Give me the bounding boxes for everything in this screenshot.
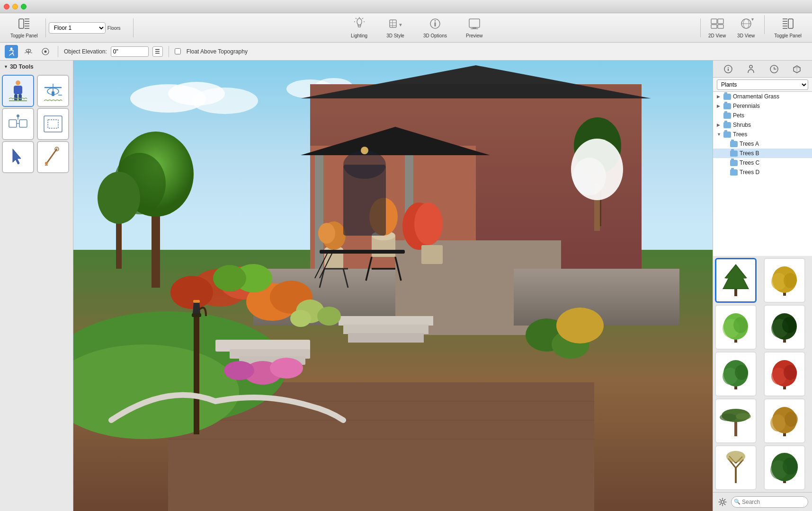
- eyedropper-tool[interactable]: [37, 141, 69, 173]
- svg-rect-75: [315, 155, 323, 288]
- options-separator-2: [169, 46, 169, 57]
- svg-point-108: [290, 310, 311, 327]
- svg-rect-82: [348, 333, 424, 343]
- svg-rect-19: [434, 22, 436, 26]
- minimize-button[interactable]: [12, 4, 18, 9]
- tree-item-trees-c[interactable]: ▶ Trees C: [713, 158, 812, 167]
- walk-tool-btn[interactable]: [5, 45, 18, 58]
- svg-point-185: [783, 458, 798, 475]
- svg-point-117: [414, 203, 443, 245]
- svg-point-159: [782, 317, 796, 333]
- maximize-button[interactable]: [21, 4, 27, 9]
- orbit-tool-btn[interactable]: [39, 45, 52, 58]
- svg-rect-12: [390, 20, 396, 27]
- folder-icon: [723, 94, 731, 100]
- right-panel: Plants Structures Outdoor Lighting Decor…: [713, 61, 812, 511]
- svg-point-126: [361, 147, 368, 154]
- svg-rect-26: [718, 25, 723, 28]
- tree-thumbnail-6[interactable]: [764, 352, 805, 396]
- svg-point-167: [784, 365, 797, 380]
- category-bar: Plants Structures Outdoor Lighting Decor: [713, 78, 812, 92]
- tree-item-ornamental-grass[interactable]: ▶ Ornamental Grass: [713, 92, 812, 101]
- select-tool[interactable]: [2, 141, 34, 173]
- floors-dropdown[interactable]: Floor 1 Floor 2 Ground Floor Basement: [49, 22, 106, 34]
- tree-item-label: Pets: [733, 112, 810, 119]
- svg-rect-45: [18, 94, 22, 101]
- toolbar-center: Lighting ▼ 3D Style: [136, 15, 697, 40]
- tree-thumbnail-7[interactable]: [715, 398, 757, 443]
- tree-arrow: ▶: [717, 94, 723, 99]
- right-panel-icons: [713, 61, 812, 78]
- svg-rect-21: [473, 27, 476, 28]
- lighting-button[interactable]: Lighting: [346, 15, 372, 40]
- floor-selector[interactable]: Floor 1 Floor 2 Ground Floor Basement Fl…: [49, 22, 121, 34]
- close-button[interactable]: [4, 4, 9, 9]
- info-icon-btn[interactable]: [722, 62, 735, 76]
- frame-tool[interactable]: [37, 108, 69, 140]
- tree-thumbnail-4[interactable]: [764, 305, 805, 350]
- 3d-view-button[interactable]: ▼ 3D View: [732, 15, 759, 40]
- clock-icon-btn[interactable]: [767, 62, 781, 76]
- preview-button[interactable]: Preview: [461, 15, 488, 40]
- fly-tool-btn[interactable]: [22, 45, 35, 58]
- svg-rect-23: [711, 19, 717, 24]
- svg-point-107: [317, 307, 341, 326]
- folder-icon: [723, 113, 731, 119]
- svg-line-59: [47, 149, 57, 162]
- toggle-panel-right[interactable]: Toggle Panel: [769, 15, 806, 40]
- box-icon-btn[interactable]: [790, 62, 803, 76]
- svg-point-125: [343, 150, 386, 179]
- main-toolbar: Toggle Panel Floor 1 Floor 2 Ground Floo…: [0, 13, 812, 43]
- tree-item-perennials[interactable]: ▶ Perennials: [713, 101, 812, 111]
- walk-tool[interactable]: [2, 75, 34, 107]
- 2d-view-button[interactable]: 2D View: [704, 15, 731, 40]
- garden-scene: [73, 61, 713, 511]
- helicopter-tool[interactable]: [37, 75, 69, 107]
- svg-rect-57: [44, 116, 62, 132]
- tree-thumbnail-9[interactable]: [715, 445, 757, 490]
- tree-thumbnail-10[interactable]: [764, 445, 805, 490]
- bottom-search-bar: [713, 492, 812, 511]
- tree-thumbnail-2[interactable]: [764, 258, 805, 303]
- svg-point-171: [736, 413, 751, 420]
- tree-thumbnail-1[interactable]: [715, 258, 757, 303]
- 2d-view-label: 2D View: [708, 33, 726, 38]
- category-dropdown[interactable]: Plants Structures Outdoor Lighting Decor: [717, 79, 808, 90]
- svg-point-105: [213, 265, 246, 291]
- tree-thumbnail-8[interactable]: [764, 398, 805, 443]
- svg-point-163: [735, 365, 748, 380]
- elevation-label: Object Elevation:: [64, 48, 107, 55]
- folder-icon: [723, 132, 731, 138]
- svg-point-41: [45, 50, 47, 53]
- person-icon-btn[interactable]: [744, 62, 758, 76]
- svg-text:▼: ▼: [750, 17, 754, 22]
- orbit-tool[interactable]: [2, 108, 34, 140]
- tree-item-label: Trees B: [740, 150, 810, 157]
- svg-rect-43: [14, 86, 22, 94]
- tree-item-trees-d[interactable]: ▶ Trees D: [713, 167, 812, 177]
- search-input[interactable]: [731, 496, 808, 508]
- svg-rect-176: [735, 468, 737, 483]
- svg-point-61: [45, 162, 48, 165]
- float-label: Float Above Topography: [187, 48, 248, 55]
- toggle-panel-left[interactable]: Toggle Panel: [6, 15, 43, 40]
- folder-icon: [723, 103, 731, 109]
- 3d-options-button[interactable]: 3D Options: [419, 15, 452, 40]
- elevation-input[interactable]: [111, 46, 149, 57]
- tree-item-trees[interactable]: ▼ Trees: [713, 130, 812, 139]
- tree-item-trees-a[interactable]: ▶ Trees A: [713, 139, 812, 149]
- thumbnail-grid: [713, 256, 812, 492]
- tree-item-label: Perennials: [733, 103, 810, 109]
- settings-icon-btn[interactable]: [717, 496, 728, 508]
- 3d-style-button[interactable]: ▼ 3D Style: [382, 15, 409, 40]
- align-button[interactable]: ☰: [152, 46, 163, 57]
- toggle-panel-left-label: Toggle Panel: [10, 33, 38, 38]
- tree-thumbnail-5[interactable]: [715, 352, 757, 396]
- float-checkbox[interactable]: [175, 48, 181, 54]
- tree-item-shrubs[interactable]: ▶ Shrubs: [713, 120, 812, 130]
- divider-4: [764, 15, 765, 34]
- tree-thumbnail-3[interactable]: [715, 305, 757, 350]
- tree-item-trees-b[interactable]: ▶ Trees B: [713, 149, 812, 158]
- tree-item-pets[interactable]: ▶ Pets: [713, 111, 812, 120]
- svg-point-155: [733, 317, 748, 333]
